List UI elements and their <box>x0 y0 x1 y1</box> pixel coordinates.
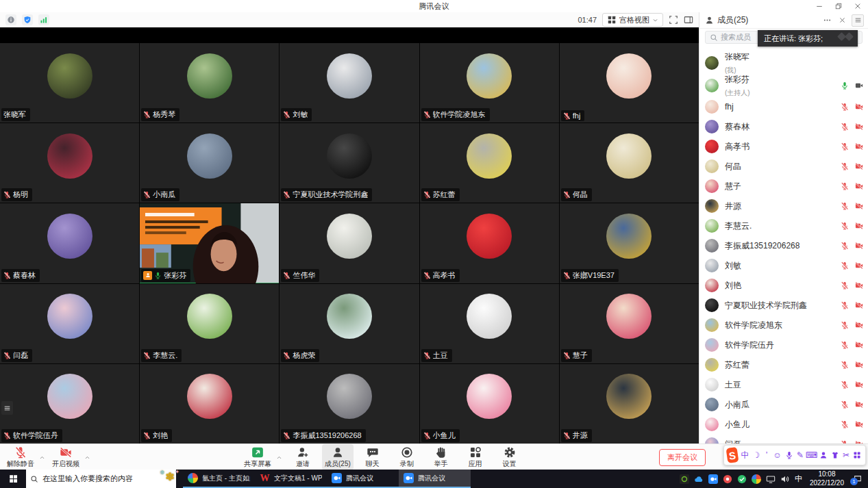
restore-icon[interactable] <box>834 1 843 11</box>
taskbar-app-meeting[interactable]: 腾讯会议 <box>327 470 399 488</box>
punctuation-icon[interactable]: ’ <box>763 450 769 461</box>
member-row[interactable]: 苏红蕾 <box>699 355 868 374</box>
sogou-logo-icon[interactable]: S <box>726 447 739 463</box>
meeting-tray-icon[interactable] <box>708 474 718 484</box>
member-row[interactable]: 慧子 <box>699 176 868 196</box>
green-app-tray-icon[interactable] <box>737 474 747 484</box>
account-icon[interactable] <box>819 450 828 461</box>
member-row[interactable]: 刘艳 <box>699 275 868 295</box>
security-shield-icon[interactable] <box>22 14 33 25</box>
member-row[interactable]: 软件学院凌旭东 <box>699 315 868 335</box>
member-row[interactable]: 张彩芬(主持人) <box>699 74 868 97</box>
video-tile[interactable]: 杨虎荣 <box>280 284 419 363</box>
member-row[interactable]: 小南瓜 <box>699 394 868 414</box>
video-tile[interactable]: 井源 <box>560 364 699 444</box>
grid-page-toggle[interactable] <box>1 401 13 415</box>
video-tile[interactable]: 刘敏 <box>280 43 419 123</box>
taskbar-clock[interactable]: 10:08 2022/12/20 <box>807 470 847 487</box>
video-tile[interactable]: 张晓军 <box>0 43 139 123</box>
red-app-tray-icon[interactable] <box>723 474 732 484</box>
video-tile[interactable]: 杨秀琴 <box>140 43 279 123</box>
network-signal-icon[interactable] <box>38 14 49 25</box>
volume-tray-icon[interactable] <box>780 474 790 484</box>
chevron-up-icon[interactable] <box>37 444 47 470</box>
meeting-info-icon[interactable] <box>5 14 16 25</box>
chevron-up-icon[interactable] <box>82 444 92 470</box>
scissors-icon[interactable]: ✂ <box>843 450 850 461</box>
leave-meeting-button[interactable]: 离开会议 <box>659 449 706 466</box>
video-tile[interactable]: 竺伟华 <box>280 203 419 283</box>
video-tile[interactable]: 小鱼儿 <box>420 364 559 444</box>
toolbar-button-members[interactable]: 成员(25) <box>322 444 354 470</box>
member-row[interactable]: 何晶 <box>699 156 868 176</box>
close-icon[interactable] <box>853 1 863 11</box>
news-flower-icon[interactable]: ✽❆✦ <box>166 470 175 483</box>
video-tile[interactable]: fhj <box>560 43 699 123</box>
video-tile[interactable]: 蔡春林 <box>0 203 139 283</box>
ime-language-indicator[interactable]: 中 <box>795 474 802 484</box>
toolbar-button-chat[interactable]: 聊天 <box>358 444 388 470</box>
keyboard-icon[interactable]: ⌨ <box>807 450 816 461</box>
taskbar-app-browser[interactable]: 氩主页 - 主页如此.. <box>183 470 255 488</box>
video-tile[interactable]: 高孝书 <box>420 203 559 283</box>
toolbar-button-share[interactable]: 共享屏幕 <box>241 444 274 470</box>
fullscreen-icon[interactable] <box>669 15 678 25</box>
member-row[interactable]: 井源 <box>699 196 868 216</box>
nvidia-tray-icon[interactable] <box>680 474 689 484</box>
skin-icon[interactable] <box>831 450 839 461</box>
video-tile[interactable]: 李振威13519206268 <box>280 364 419 444</box>
minimize-icon[interactable] <box>815 1 824 11</box>
video-tile[interactable]: 土豆 <box>420 284 559 363</box>
action-center-icon[interactable]: 1 <box>852 474 864 485</box>
video-tile[interactable]: 刘艳 <box>140 364 279 444</box>
emoji-icon[interactable]: ☺ <box>773 450 782 461</box>
member-row[interactable]: 软件学院伍丹 <box>699 335 868 355</box>
video-tile[interactable]: 杨明 <box>0 123 139 203</box>
toolbar-button-record[interactable]: 录制 <box>392 444 422 470</box>
member-row[interactable]: 小鱼儿 <box>699 414 868 434</box>
video-tile[interactable]: 张彩芬 <box>140 203 279 283</box>
member-row[interactable]: 土豆 <box>699 374 868 394</box>
network-tray-icon[interactable] <box>766 474 776 484</box>
video-tile[interactable]: 小南瓜 <box>140 123 279 203</box>
member-row[interactable]: 蔡春林 <box>699 116 868 136</box>
voice-input-icon[interactable] <box>785 450 793 461</box>
member-row[interactable]: 李慧云. <box>699 216 868 235</box>
side-panel-toggle-icon[interactable] <box>684 15 693 25</box>
toolbar-button-cam-off[interactable]: 开启视频 <box>49 444 82 470</box>
toolbar-button-apps[interactable]: 应用 <box>460 444 491 470</box>
toolbar-button-settings[interactable]: 设置 <box>495 444 525 470</box>
taskbar-search-input[interactable]: 在这里输入你要搜索的内容 ✽❆✦ <box>26 470 176 488</box>
video-tile[interactable]: 闫磊 <box>0 284 139 363</box>
member-row[interactable]: 宁夏职业技术学院刑鑫 <box>699 295 868 315</box>
video-tile[interactable]: 慧子 <box>560 284 699 363</box>
member-row[interactable]: 张晓军(我) <box>699 51 868 74</box>
ime-mode-toggle[interactable]: 中 <box>741 450 749 461</box>
cloud-tray-icon[interactable] <box>694 474 704 484</box>
video-tile[interactable]: 宁夏职业技术学院刑鑫 <box>280 123 419 203</box>
member-row[interactable]: 刘敏 <box>699 255 868 275</box>
video-tile[interactable]: 软件学院伍丹 <box>0 364 139 444</box>
video-tile[interactable]: 软件学院凌旭东 <box>420 43 559 123</box>
member-row[interactable]: fhj <box>699 97 868 116</box>
start-button[interactable] <box>0 470 26 488</box>
video-tile[interactable]: 李慧云. <box>140 284 279 363</box>
toolbar-button-hand[interactable]: 举手 <box>426 444 456 470</box>
toolbar-button-mic-off[interactable]: 解除静音 <box>4 444 37 470</box>
taskbar-app-wps[interactable]: W 文字文稿1 - WPS ... <box>255 470 327 488</box>
toolbar-button-invite[interactable]: 邀请 <box>288 444 318 470</box>
taskbar-app-meeting[interactable]: 腾讯会议 <box>399 470 471 488</box>
ime-menu-icon[interactable] <box>853 450 861 461</box>
pinwheel-tray-icon[interactable] <box>752 474 761 484</box>
close-panel-icon[interactable] <box>836 15 847 26</box>
chevron-up-icon[interactable] <box>274 444 284 470</box>
member-row[interactable]: 李振威13519206268 <box>699 235 868 255</box>
handwriting-icon[interactable]: ✎ <box>797 450 804 461</box>
video-tile[interactable]: 何晶 <box>560 123 699 203</box>
video-tile[interactable]: 苏红蕾 <box>420 123 559 203</box>
member-row[interactable]: 高孝书 <box>699 136 868 156</box>
panel-menu-icon[interactable] <box>852 14 864 27</box>
grid-view-button[interactable]: 宫格视图 <box>602 13 663 27</box>
member-row[interactable]: 闫磊 <box>699 434 868 444</box>
video-tile[interactable]: 张嫏V19E37 <box>560 203 699 283</box>
